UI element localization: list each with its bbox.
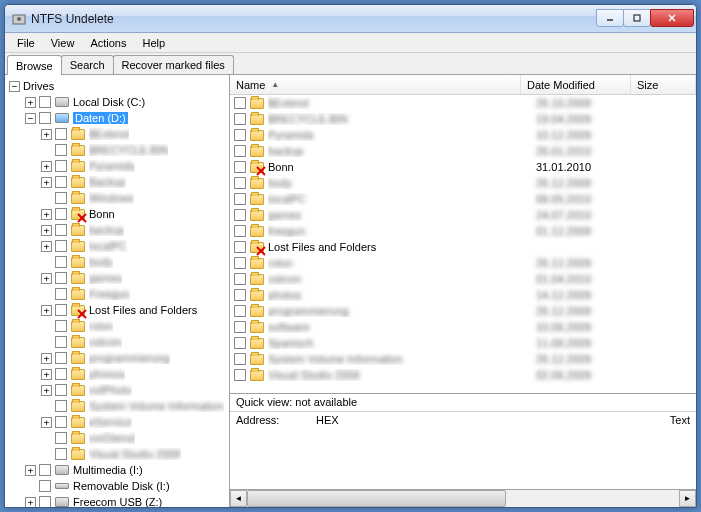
checkbox[interactable] xyxy=(39,112,51,124)
checkbox[interactable] xyxy=(55,368,67,380)
checkbox[interactable] xyxy=(55,160,67,172)
tree-item[interactable]: vstrom xyxy=(7,334,227,350)
checkbox[interactable] xyxy=(55,352,67,364)
tab-browse[interactable]: Browse xyxy=(7,55,62,75)
tree-root[interactable]: − Drives xyxy=(7,78,227,94)
expander-icon[interactable]: − xyxy=(9,81,20,92)
tree-item[interactable]: + Backup xyxy=(7,174,227,190)
checkbox[interactable] xyxy=(234,177,246,189)
checkbox[interactable] xyxy=(55,400,67,412)
checkbox[interactable] xyxy=(39,496,51,507)
list-body[interactable]: $Extend 26.10.2008 $RECYCLE.BIN 19.04.20… xyxy=(230,95,696,393)
tree-item[interactable]: + eService xyxy=(7,414,227,430)
expander-icon[interactable]: + xyxy=(41,273,52,284)
checkbox[interactable] xyxy=(55,240,67,252)
expander-icon[interactable]: + xyxy=(41,417,52,428)
list-item[interactable]: Visual Studio 2008 02.06.2009 xyxy=(230,367,696,383)
menu-view[interactable]: View xyxy=(43,35,83,51)
menu-help[interactable]: Help xyxy=(134,35,173,51)
tree-item[interactable]: Windows xyxy=(7,190,227,206)
checkbox[interactable] xyxy=(234,97,246,109)
list-item[interactable]: localPC 08.05.2010 xyxy=(230,191,696,207)
expander-icon[interactable]: + xyxy=(41,385,52,396)
checkbox[interactable] xyxy=(234,241,246,253)
menu-actions[interactable]: Actions xyxy=(82,35,134,51)
header-size[interactable]: Size xyxy=(631,75,696,94)
checkbox[interactable] xyxy=(55,144,67,156)
list-item[interactable]: vstrom 01.04.2010 xyxy=(230,271,696,287)
scroll-left-icon[interactable]: ◄ xyxy=(230,490,247,507)
tree-item[interactable]: rolon xyxy=(7,318,227,334)
checkbox[interactable] xyxy=(55,304,67,316)
header-name[interactable]: Name▲ xyxy=(230,75,521,94)
checkbox[interactable] xyxy=(234,209,246,221)
list-item-lost[interactable]: Lost Files and Folders xyxy=(230,239,696,255)
checkbox[interactable] xyxy=(39,480,51,492)
tab-recover[interactable]: Recover marked files xyxy=(113,55,234,74)
checkbox[interactable] xyxy=(55,448,67,460)
tree-item-local-disk[interactable]: + Local Disk (C:) xyxy=(7,94,227,110)
checkbox[interactable] xyxy=(55,256,67,268)
expander-icon[interactable]: + xyxy=(41,305,52,316)
checkbox[interactable] xyxy=(55,224,67,236)
tree-item[interactable]: + phonos xyxy=(7,366,227,382)
checkbox[interactable] xyxy=(234,353,246,365)
tree-item[interactable]: body xyxy=(7,254,227,270)
list-item[interactable]: games 24.07.2010 xyxy=(230,207,696,223)
checkbox[interactable] xyxy=(55,288,67,300)
list-item[interactable]: software 10.06.2009 xyxy=(230,319,696,335)
checkbox[interactable] xyxy=(234,257,246,269)
scroll-thumb[interactable] xyxy=(247,490,506,507)
list-item[interactable]: programmierung 26.12.2008 xyxy=(230,303,696,319)
tree-item[interactable]: Visual Studio 2008 xyxy=(7,446,227,462)
checkbox[interactable] xyxy=(39,464,51,476)
expander-icon[interactable]: − xyxy=(25,113,36,124)
checkbox[interactable] xyxy=(234,225,246,237)
expander-icon[interactable]: + xyxy=(41,177,52,188)
checkbox[interactable] xyxy=(234,129,246,141)
expander-icon[interactable]: + xyxy=(41,129,52,140)
list-item[interactable]: body 26.12.2008 xyxy=(230,175,696,191)
expander-icon[interactable]: + xyxy=(41,161,52,172)
checkbox[interactable] xyxy=(55,416,67,428)
tree-item-multimedia[interactable]: + Multimedia (I:) xyxy=(7,462,227,478)
expander-icon[interactable]: + xyxy=(25,465,36,476)
tree-item-freecom[interactable]: + Freecom USB (Z:) xyxy=(7,494,227,507)
expander-icon[interactable]: + xyxy=(25,97,36,108)
tree-pane[interactable]: − Drives + Local Disk (C:) − Daten (D:) … xyxy=(5,75,230,507)
list-item[interactable]: rolon 26.12.2009 xyxy=(230,255,696,271)
checkbox[interactable] xyxy=(55,208,67,220)
checkbox[interactable] xyxy=(234,161,246,173)
tree-item[interactable]: + localPC xyxy=(7,238,227,254)
list-item[interactable]: Spanisch 11.08.2009 xyxy=(230,335,696,351)
checkbox[interactable] xyxy=(39,96,51,108)
tree-item[interactable]: + backup xyxy=(7,222,227,238)
tree-item[interactable]: Freegun xyxy=(7,286,227,302)
tree-item[interactable]: + volPhoto xyxy=(7,382,227,398)
minimize-button[interactable] xyxy=(596,9,624,27)
checkbox[interactable] xyxy=(55,128,67,140)
list-item[interactable]: backup 26.01.2010 xyxy=(230,143,696,159)
list-item[interactable]: Pyramids 10.12.2009 xyxy=(230,127,696,143)
header-date[interactable]: Date Modified xyxy=(521,75,631,94)
tree-item[interactable]: + games xyxy=(7,270,227,286)
checkbox[interactable] xyxy=(55,432,67,444)
list-item[interactable]: $Extend 26.10.2008 xyxy=(230,95,696,111)
checkbox[interactable] xyxy=(234,113,246,125)
tree-item[interactable]: + programmierung xyxy=(7,350,227,366)
tree-item-lost[interactable]: + Lost Files and Folders xyxy=(7,302,227,318)
checkbox[interactable] xyxy=(234,273,246,285)
tree-item[interactable]: $RECYCLE.BIN xyxy=(7,142,227,158)
expander-icon[interactable]: + xyxy=(41,353,52,364)
checkbox[interactable] xyxy=(55,336,67,348)
tree-item[interactable]: vorDienst xyxy=(7,430,227,446)
checkbox[interactable] xyxy=(234,369,246,381)
tree-item-removable[interactable]: Removable Disk (I:) xyxy=(7,478,227,494)
list-item[interactable]: System Volume Information 26.12.2009 xyxy=(230,351,696,367)
scroll-track[interactable] xyxy=(247,490,679,507)
checkbox[interactable] xyxy=(234,193,246,205)
expander-icon[interactable]: + xyxy=(25,497,36,508)
expander-icon[interactable]: + xyxy=(41,209,52,220)
tab-search[interactable]: Search xyxy=(61,55,114,74)
tree-item-bonn[interactable]: + Bonn xyxy=(7,206,227,222)
